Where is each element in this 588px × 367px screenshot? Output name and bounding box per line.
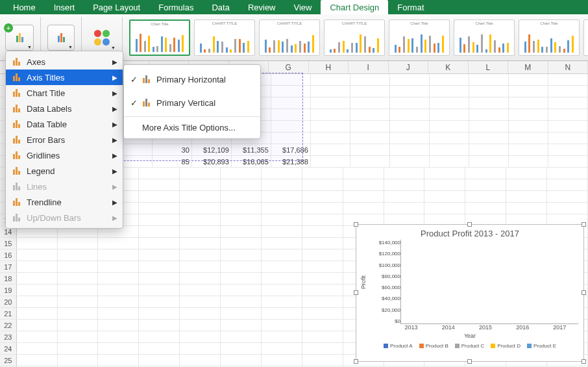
cell[interactable] (98, 273, 139, 284)
cell[interactable] (548, 144, 588, 155)
column-header[interactable]: H (309, 61, 349, 73)
row-header[interactable]: 19 (0, 285, 17, 296)
cell[interactable] (262, 238, 302, 249)
cell[interactable] (302, 343, 343, 354)
cell[interactable] (302, 214, 343, 225)
cell[interactable] (302, 308, 343, 319)
cell[interactable] (58, 285, 99, 296)
add-chart-element-menu[interactable]: Axes▶Axis Titles▶Chart Title▶Data Labels… (5, 51, 123, 229)
cell[interactable] (17, 238, 58, 249)
cell[interactable] (548, 156, 588, 167)
cell[interactable] (180, 226, 221, 237)
column-header[interactable]: K (428, 61, 469, 73)
chart-style-thumb[interactable]: Chart Title (454, 19, 515, 56)
cell[interactable] (98, 285, 139, 296)
row-header[interactable]: 16 (0, 249, 17, 260)
ribbon-tab-data[interactable]: Data (202, 0, 238, 14)
column-header[interactable]: G (269, 61, 309, 73)
menu-item-data-table[interactable]: Data Table▶ (6, 116, 123, 132)
cell[interactable] (180, 273, 221, 284)
cell[interactable] (58, 249, 99, 260)
menu-item-trendline[interactable]: Trendline▶ (6, 194, 123, 210)
cell[interactable] (221, 261, 262, 272)
cell[interactable] (262, 320, 302, 331)
chart-style-thumb[interactable]: Chart Title (389, 19, 450, 56)
cell[interactable] (221, 308, 262, 319)
cell[interactable] (180, 214, 221, 225)
cell[interactable] (221, 226, 262, 237)
cell[interactable] (302, 261, 343, 272)
cell[interactable] (262, 214, 302, 225)
cell[interactable] (180, 343, 221, 354)
menu-item-axes[interactable]: Axes▶ (6, 54, 123, 70)
cell[interactable] (58, 308, 99, 319)
cell[interactable] (430, 144, 469, 155)
legend-item[interactable]: Product C (455, 343, 485, 349)
cell[interactable] (17, 308, 58, 319)
cell[interactable] (139, 238, 180, 249)
cell[interactable] (262, 261, 302, 272)
cell[interactable] (221, 214, 262, 225)
cell[interactable] (262, 273, 302, 284)
cell[interactable] (98, 308, 139, 319)
cell[interactable] (302, 249, 343, 260)
cell[interactable] (17, 331, 58, 342)
cell[interactable] (262, 249, 302, 260)
ribbon-tab-insert[interactable]: Insert (45, 0, 84, 14)
ribbon-tab-page-layout[interactable]: Page Layout (84, 0, 149, 14)
cell[interactable] (221, 320, 262, 331)
cell[interactable] (302, 285, 343, 296)
cell[interactable] (469, 144, 509, 155)
column-header[interactable]: I (349, 61, 389, 73)
row-header[interactable]: 23 (0, 331, 17, 342)
cell[interactable] (180, 238, 221, 249)
cell[interactable] (302, 226, 343, 237)
cell[interactable] (17, 249, 58, 260)
cell[interactable] (139, 343, 180, 354)
ribbon-tab-formulas[interactable]: Formulas (149, 0, 202, 14)
cell[interactable] (509, 156, 548, 167)
cell[interactable] (350, 156, 390, 167)
row-header[interactable]: 15 (0, 238, 17, 249)
cell[interactable] (98, 331, 139, 342)
cell[interactable] (180, 249, 221, 260)
row-header[interactable]: 17 (0, 261, 17, 272)
menu-item-chart-title[interactable]: Chart Title▶ (6, 85, 123, 101)
row-header[interactable]: 20 (0, 296, 17, 307)
quick-layout-button[interactable]: ▼ (47, 25, 75, 51)
cell[interactable] (58, 320, 99, 331)
cell[interactable] (98, 320, 139, 331)
chart-legend[interactable]: Product AProduct BProduct CProduct DProd… (356, 343, 583, 349)
cell[interactable] (302, 296, 343, 307)
cell[interactable] (98, 261, 139, 272)
cell[interactable] (180, 331, 221, 342)
row-header[interactable]: 25 (0, 355, 17, 366)
submenu-more-options[interactable]: More Axis Title Options... (124, 119, 260, 136)
cell[interactable] (139, 214, 180, 225)
cell[interactable] (262, 308, 302, 319)
cell[interactable] (58, 273, 99, 284)
cell[interactable] (17, 296, 58, 307)
cell[interactable] (98, 249, 139, 260)
cell[interactable] (221, 285, 262, 296)
cell[interactable] (180, 261, 221, 272)
ribbon-tab-view[interactable]: View (285, 0, 321, 14)
change-colors-button[interactable]: ▼ (88, 25, 116, 51)
cell[interactable] (390, 144, 430, 155)
chart-style-thumb[interactable]: CHART TITLE (259, 19, 320, 56)
cell[interactable] (221, 355, 262, 366)
cell[interactable] (139, 296, 180, 307)
cell[interactable] (139, 273, 180, 284)
cell[interactable] (58, 343, 99, 354)
cell[interactable] (221, 343, 262, 354)
row-header[interactable]: 22 (0, 320, 17, 331)
plot-area[interactable] (400, 240, 578, 324)
row-header[interactable]: 18 (0, 273, 17, 284)
menu-item-axis-titles[interactable]: Axis Titles▶ (6, 70, 123, 85)
cell[interactable] (221, 249, 262, 260)
cell[interactable] (139, 320, 180, 331)
submenu-item-primary-horizontal[interactable]: ✓Primary Horizontal (124, 68, 260, 91)
cell[interactable] (302, 320, 343, 331)
cell[interactable] (302, 355, 343, 366)
cell[interactable] (139, 331, 180, 342)
